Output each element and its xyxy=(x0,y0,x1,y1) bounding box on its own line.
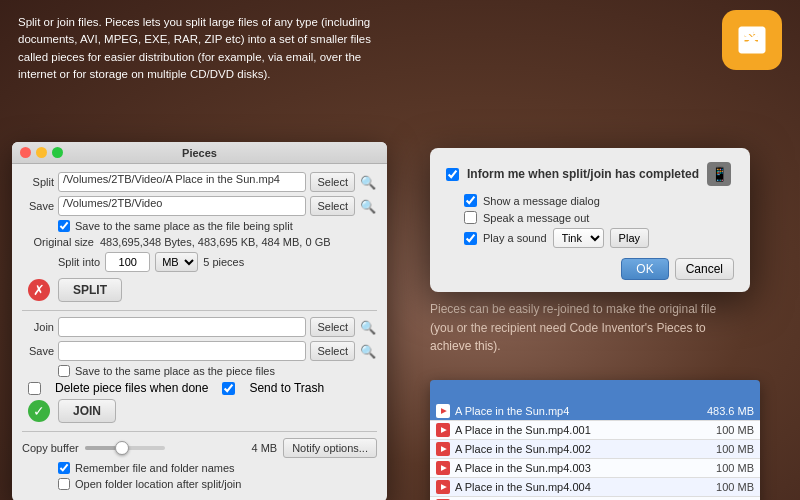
split-label: Split xyxy=(22,176,54,188)
file-name: A Place in the Sun.mp4.004 xyxy=(455,481,689,493)
file-name: A Place in the Sun.mp4.002 xyxy=(455,443,689,455)
split-path-input[interactable]: /Volumes/2TB/Video/A Place in the Sun.mp… xyxy=(58,172,306,192)
file-list: ▶ A Place in the Sun.mp4 483.6 MB ▶ A Pl… xyxy=(430,380,760,500)
join-label: Join xyxy=(22,321,54,333)
play-sound-checkbox[interactable] xyxy=(464,232,477,245)
split-same-place-checkbox[interactable] xyxy=(58,220,70,232)
file-name: A Place in the Sun.mp4.001 xyxy=(455,424,689,436)
split-status-icon: ✗ xyxy=(28,279,50,301)
app-icon xyxy=(722,10,782,70)
join-magnify-icon[interactable]: 🔍 xyxy=(359,318,377,336)
file-icon: ▶ xyxy=(436,423,450,437)
delete-row: Delete piece files when done Send to Tra… xyxy=(28,381,377,395)
split-save-select-button[interactable]: Select xyxy=(310,196,355,216)
copy-buffer-value: 4 MB xyxy=(251,442,277,454)
show-message-label: Show a message dialog xyxy=(483,195,600,207)
notify-options-button[interactable]: Notify options... xyxy=(283,438,377,458)
send-trash-label: Send to Trash xyxy=(249,381,324,395)
original-size-value: 483,695,348 Bytes, 483,695 KB, 484 MB, 0… xyxy=(100,236,377,248)
split-unit-select[interactable]: MB KB GB xyxy=(155,252,198,272)
file-list-row[interactable]: ▶ A Place in the Sun.mp4.001 100 MB xyxy=(430,421,760,440)
notify-title-checkbox[interactable] xyxy=(446,168,459,181)
play-sound-label: Play a sound xyxy=(483,232,547,244)
window-titlebar: Pieces xyxy=(12,142,387,164)
split-into-input[interactable] xyxy=(105,252,150,272)
copy-buffer-row: Copy buffer 4 MB Notify options... xyxy=(22,438,377,458)
split-button[interactable]: SPLIT xyxy=(58,278,122,302)
play-button[interactable]: Play xyxy=(610,228,649,248)
file-list-row[interactable]: ▶ A Place in the Sun.mp4.002 100 MB xyxy=(430,440,760,459)
description-text: Split or join files. Pieces lets you spl… xyxy=(18,14,378,83)
copy-buffer-slider-fill xyxy=(85,446,117,450)
join-save-label: Save xyxy=(22,345,54,357)
file-list-row[interactable]: ▶ A Place in the Sun.mp4.004 100 MB xyxy=(430,478,760,497)
join-select-button[interactable]: Select xyxy=(310,317,355,337)
split-save-input[interactable]: /Volumes/2TB/Video xyxy=(58,196,306,216)
window-body: Split /Volumes/2TB/Video/A Place in the … xyxy=(12,164,387,500)
cancel-button[interactable]: Cancel xyxy=(675,258,734,280)
notify-dialog: Inform me when split/join has completed … xyxy=(430,148,750,292)
file-name: A Place in the Sun.mp4 xyxy=(455,405,689,417)
delete-label: Delete piece files when done xyxy=(55,381,208,395)
split-btn-row: ✗ SPLIT xyxy=(28,278,377,302)
maximize-button[interactable] xyxy=(52,147,63,158)
open-folder-label: Open folder location after split/join xyxy=(75,478,241,490)
split-save-magnify-icon[interactable]: 🔍 xyxy=(359,197,377,215)
join-save-input[interactable] xyxy=(58,341,306,361)
send-trash-checkbox[interactable] xyxy=(222,382,235,395)
copy-buffer-slider-track xyxy=(85,446,165,450)
pieces-window: Pieces Split /Volumes/2TB/Video/A Place … xyxy=(12,142,387,500)
remember-row: Remember file and folder names xyxy=(58,462,377,474)
remember-label: Remember file and folder names xyxy=(75,462,235,474)
notify-dialog-title: Inform me when split/join has completed xyxy=(467,167,699,181)
join-same-place-checkbox[interactable] xyxy=(58,365,70,377)
join-path-row: Join Select 🔍 xyxy=(22,317,377,337)
join-save-magnify-icon[interactable]: 🔍 xyxy=(359,342,377,360)
speak-checkbox[interactable] xyxy=(464,211,477,224)
file-size: 100 MB xyxy=(689,481,754,493)
file-icon: ▶ xyxy=(436,404,450,418)
split-save-label: Save xyxy=(22,200,54,212)
show-message-checkbox[interactable] xyxy=(464,194,477,207)
join-status-icon: ✓ xyxy=(28,400,50,422)
original-size-row: Original size 483,695,348 Bytes, 483,695… xyxy=(22,236,377,248)
play-sound-row: Play a sound Tink Play xyxy=(464,228,734,248)
join-button[interactable]: JOIN xyxy=(58,399,116,423)
window-title: Pieces xyxy=(182,147,217,159)
join-same-place-label: Save to the same place as the piece file… xyxy=(75,365,275,377)
join-same-place-row: Save to the same place as the piece file… xyxy=(58,365,377,377)
copy-buffer-label: Copy buffer xyxy=(22,442,79,454)
speak-row: Speak a message out xyxy=(464,211,734,224)
split-pieces-count: 5 pieces xyxy=(203,256,244,268)
split-select-button[interactable]: Select xyxy=(310,172,355,192)
file-list-row[interactable]: ▶ A Place in the Sun.mp4 483.6 MB xyxy=(430,402,760,421)
split-into-label: Split into xyxy=(58,256,100,268)
remember-checkbox[interactable] xyxy=(58,462,70,474)
open-folder-checkbox[interactable] xyxy=(58,478,70,490)
copy-buffer-slider-thumb[interactable] xyxy=(115,441,129,455)
split-magnify-icon[interactable]: 🔍 xyxy=(359,173,377,191)
delete-checkbox[interactable] xyxy=(28,382,41,395)
original-size-label: Original size xyxy=(22,236,94,248)
split-same-place-row: Save to the same place as the file being… xyxy=(58,220,377,232)
split-save-row: Save /Volumes/2TB/Video Select 🔍 xyxy=(22,196,377,216)
join-save-select-button[interactable]: Select xyxy=(310,341,355,361)
split-into-row: Split into MB KB GB 5 pieces xyxy=(58,252,377,272)
notify-dialog-header: Inform me when split/join has completed … xyxy=(446,162,734,186)
divider-2 xyxy=(22,431,377,432)
file-size: 483.6 MB xyxy=(689,405,754,417)
file-size: 100 MB xyxy=(689,424,754,436)
join-path-input[interactable] xyxy=(58,317,306,337)
divider-1 xyxy=(22,310,377,311)
file-name: A Place in the Sun.mp4.003 xyxy=(455,462,689,474)
file-list-row[interactable]: ▶ A Place in the Sun.mp4.003 100 MB xyxy=(430,459,760,478)
file-icon: ▶ xyxy=(436,442,450,456)
minimize-button[interactable] xyxy=(36,147,47,158)
ok-button[interactable]: OK xyxy=(621,258,668,280)
sound-select[interactable]: Tink xyxy=(553,228,604,248)
split-same-place-label: Save to the same place as the file being… xyxy=(75,220,293,232)
split-path-row: Split /Volumes/2TB/Video/A Place in the … xyxy=(22,172,377,192)
close-button[interactable] xyxy=(20,147,31,158)
speak-label: Speak a message out xyxy=(483,212,589,224)
mid-text: Pieces can be easily re-joined to make t… xyxy=(430,300,740,356)
